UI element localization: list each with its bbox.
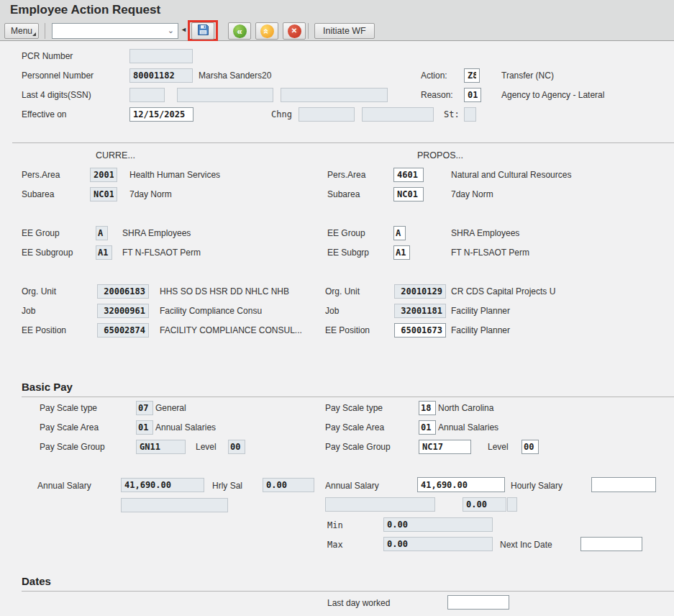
last-day-worked-label: Last day worked <box>327 598 390 608</box>
effective-on-label: Effective on <box>22 109 66 119</box>
proposed-pay-scale-type-field[interactable] <box>419 401 436 415</box>
proposed-ee-subgroup-field[interactable] <box>393 245 410 260</box>
save-button[interactable] <box>191 22 214 40</box>
proposed-pay-scale-area-text: Annual Salaries <box>438 422 498 432</box>
toolbar-separator <box>308 23 309 39</box>
collapse-left-icon[interactable]: ◄ <box>181 26 187 33</box>
back-button[interactable]: « <box>228 22 251 40</box>
proposed-org-unit-field[interactable] <box>394 284 446 299</box>
current-org-unit-field[interactable] <box>97 284 149 299</box>
proposed-pers-area-field[interactable] <box>393 168 424 182</box>
current-ee-group-field[interactable] <box>96 226 108 240</box>
current-hourly-salary-field[interactable] <box>263 478 314 492</box>
proposed-ee-group-text: SHRA Employees <box>451 228 519 238</box>
current-pay-scale-group-field[interactable] <box>136 440 186 454</box>
proposed-job-field[interactable] <box>394 304 446 318</box>
current-ee-subgroup-field[interactable] <box>96 245 112 260</box>
basic-pay-divider <box>22 397 674 397</box>
current-pers-area-field[interactable] <box>90 168 117 182</box>
min-label: Min <box>327 520 343 530</box>
current-salary-extra-field[interactable] <box>121 498 228 512</box>
ssn-label: Last 4 digits(SSN) <box>22 90 91 100</box>
action-text: Transfer (NC) <box>501 71 554 81</box>
proposed-subarea-field[interactable] <box>393 187 424 201</box>
current-ee-group-label: EE Group <box>22 228 60 238</box>
current-org-unit-text: HHS SO DS HSR DD NHLC NHB <box>160 286 289 296</box>
proposed-pay-scale-type-label: Pay Scale type <box>325 403 383 413</box>
current-pay-scale-group-label: Pay Scale Group <box>40 442 105 452</box>
chng-field-2[interactable] <box>362 107 434 122</box>
current-org-unit-label: Org. Unit <box>22 286 56 296</box>
proposed-job-label: Job <box>325 306 339 316</box>
page-title: Employee Action Request <box>10 3 160 17</box>
proposed-pers-area-text: Natural and Cultural Resources <box>451 170 571 180</box>
current-subarea-field[interactable] <box>90 187 117 201</box>
proposed-pay-scale-group-field[interactable] <box>419 440 471 454</box>
current-job-field[interactable] <box>97 304 149 318</box>
pcr-number-label: PCR Number <box>22 51 73 61</box>
dates-divider <box>22 591 674 592</box>
current-ee-group-text: SHRA Employees <box>122 228 191 238</box>
current-subarea-label: Subarea <box>22 189 54 199</box>
personnel-number-field[interactable] <box>129 68 193 83</box>
proposed-second-amount-field[interactable] <box>463 497 506 512</box>
proposed-subarea-label: Subarea <box>327 189 360 199</box>
current-level-field[interactable] <box>228 440 245 454</box>
proposed-salary-extra-field[interactable] <box>325 497 435 512</box>
current-pay-scale-type-text: General <box>155 403 186 413</box>
current-pay-scale-area-text: Annual Salaries <box>155 422 216 432</box>
min-field[interactable] <box>383 517 493 532</box>
max-field[interactable] <box>383 537 493 551</box>
current-annual-salary-label: Annual Salary <box>37 481 91 491</box>
proposed-annual-salary-label: Annual Salary <box>325 481 379 491</box>
ssn-field-1[interactable] <box>129 88 165 102</box>
proposed-level-label: Level <box>488 442 509 452</box>
cancel-button[interactable]: ✕ <box>283 22 306 40</box>
proposed-ee-position-field[interactable] <box>394 323 446 338</box>
initiate-wf-label: Initiate WF <box>323 26 366 36</box>
effective-on-field[interactable] <box>129 107 193 122</box>
current-hourly-salary-label: Hrly Sal <box>212 481 242 491</box>
proposed-second-amount-unit-box[interactable] <box>507 497 517 512</box>
chng-field-1[interactable] <box>299 107 355 122</box>
current-annual-salary-field[interactable] <box>121 478 204 492</box>
proposed-hourly-salary-field[interactable] <box>591 477 656 492</box>
cancel-x-icon: ✕ <box>288 24 301 38</box>
st-label: St: <box>444 109 460 119</box>
proposed-annual-salary-field[interactable] <box>417 477 505 492</box>
save-floppy-icon <box>197 24 209 38</box>
personnel-number-label: Personnel Number <box>22 71 94 81</box>
command-combobox[interactable]: ⌄ <box>52 23 178 39</box>
basic-pay-header: Basic Pay <box>22 381 73 393</box>
reason-label: Reason: <box>421 90 453 100</box>
current-pay-scale-area-field[interactable] <box>136 420 153 435</box>
ssn-field-2[interactable] <box>177 88 273 102</box>
page-up-button[interactable]: « <box>255 22 278 40</box>
reason-code-field[interactable] <box>464 88 481 102</box>
last-day-worked-field[interactable] <box>447 595 509 610</box>
initiate-wf-button[interactable]: Initiate WF <box>314 23 375 39</box>
st-field[interactable] <box>464 107 476 122</box>
proposed-ee-group-label: EE Group <box>327 228 365 238</box>
max-label: Max <box>327 540 343 550</box>
current-pay-scale-area-label: Pay Scale Area <box>40 422 99 432</box>
current-level-label: Level <box>196 442 217 452</box>
proposed-pay-scale-group-label: Pay Scale Group <box>325 442 391 452</box>
pcr-number-field[interactable] <box>129 49 193 63</box>
next-inc-date-field[interactable] <box>580 537 642 551</box>
back-double-chevron-icon: « <box>233 24 247 38</box>
proposed-pay-scale-area-field[interactable] <box>419 420 436 435</box>
next-inc-date-label: Next Inc Date <box>500 540 552 550</box>
menu-button[interactable]: Menu <box>4 23 39 39</box>
current-ee-position-text: FACILITY COMPLIANCE CONSUL... <box>160 325 302 335</box>
proposed-ee-position-label: EE Position <box>325 325 370 335</box>
proposed-subarea-text: 7day Norm <box>451 189 493 199</box>
ssn-field-3[interactable] <box>281 88 388 102</box>
menu-button-label: Menu <box>11 26 32 36</box>
action-code-field[interactable] <box>464 68 480 83</box>
proposed-level-field[interactable] <box>522 440 539 454</box>
current-pay-scale-type-field[interactable] <box>136 401 153 415</box>
proposed-ee-group-field[interactable] <box>393 226 406 240</box>
current-pers-area-text: Health Human Services <box>129 170 220 180</box>
current-ee-position-field[interactable] <box>97 323 149 338</box>
